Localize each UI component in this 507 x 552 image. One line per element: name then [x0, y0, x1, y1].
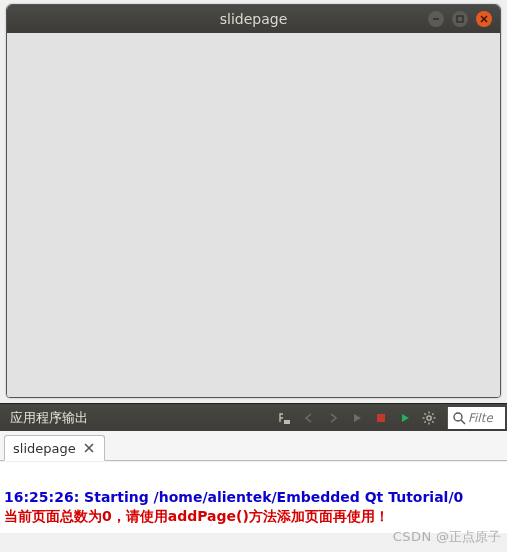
- tab-slidepage[interactable]: slidepage: [4, 435, 105, 461]
- minimize-button[interactable]: [428, 11, 444, 27]
- console-line-warning: 当前页面总数为0，请使用addPage()方法添加页面再使用！: [4, 508, 389, 524]
- console-output[interactable]: 16:25:26: Starting /home/alientek/Embedd…: [0, 462, 507, 533]
- svg-point-15: [454, 413, 462, 421]
- svg-rect-5: [377, 414, 385, 422]
- svg-rect-1: [457, 16, 463, 22]
- close-button[interactable]: [476, 11, 492, 27]
- attach-debugger-icon[interactable]: [273, 406, 297, 430]
- close-icon[interactable]: [82, 441, 96, 455]
- watermark-site: CSDN: [393, 529, 432, 544]
- svg-line-12: [432, 421, 433, 422]
- output-panel-title: 应用程序输出: [0, 409, 88, 427]
- svg-line-11: [424, 413, 425, 414]
- maximize-button[interactable]: [452, 11, 468, 27]
- app-client-area[interactable]: [7, 33, 500, 397]
- svg-line-13: [432, 413, 433, 414]
- tab-label: slidepage: [13, 441, 76, 456]
- gear-icon[interactable]: [417, 406, 441, 430]
- titlebar[interactable]: slidepage: [7, 5, 500, 33]
- filter-input[interactable]: Filte: [447, 407, 505, 429]
- run-icon[interactable]: [393, 406, 417, 430]
- search-icon: [452, 411, 466, 425]
- filter-placeholder: Filte: [468, 411, 493, 425]
- svg-line-14: [424, 421, 425, 422]
- window-controls: [428, 11, 492, 27]
- watermark-author: @正点原子: [436, 529, 501, 544]
- window-title: slidepage: [7, 11, 500, 27]
- console-line-start: 16:25:26: Starting /home/alientek/Embedd…: [4, 489, 463, 505]
- output-panel-header: 应用程序输出 Filte: [0, 403, 507, 431]
- output-tabs: slidepage: [0, 431, 507, 461]
- prev-icon: [297, 406, 321, 430]
- svg-point-6: [427, 415, 431, 419]
- svg-rect-4: [284, 420, 290, 424]
- stop-icon[interactable]: [369, 406, 393, 430]
- play-icon: [345, 406, 369, 430]
- app-window: slidepage: [6, 4, 501, 398]
- watermark: CSDN @正点原子: [393, 528, 501, 546]
- svg-line-16: [461, 420, 465, 424]
- next-icon: [321, 406, 345, 430]
